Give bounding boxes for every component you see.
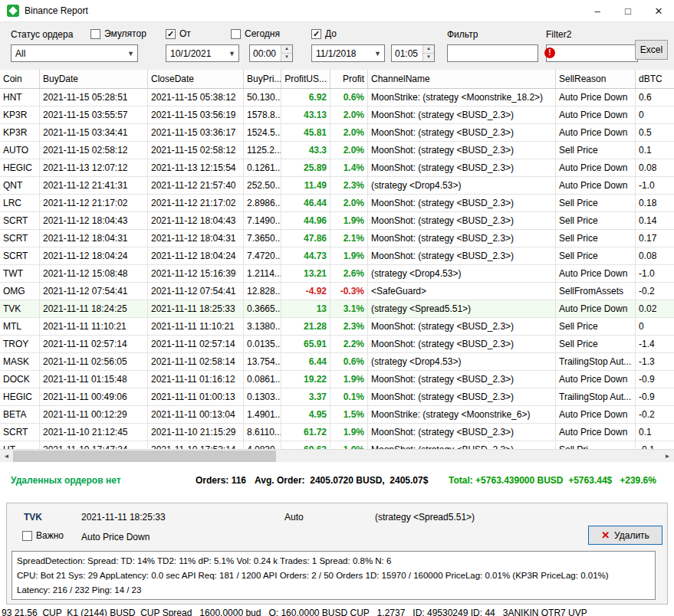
table-row[interactable]: SCRT2021-11-12 18:04:242021-11-12 18:04:… <box>0 247 674 265</box>
checkbox-box: ✓ <box>311 29 321 39</box>
cell-buy-price: 252.50... <box>244 177 281 195</box>
close-button[interactable]: ✕ <box>643 0 674 21</box>
cell-profit-pct: 1.4% <box>330 159 368 177</box>
from-checkbox[interactable]: ✓ От <box>166 28 191 39</box>
table-row[interactable]: KP3R2021-11-15 03:34:412021-11-15 03:36:… <box>0 124 674 142</box>
spin-up-icon[interactable]: ▲ <box>281 45 292 54</box>
filter2-input[interactable] <box>547 45 637 61</box>
from-date-picker[interactable]: 10/1/2021 ▼ <box>166 44 239 62</box>
cell-dbtc: -1.0 <box>636 177 674 195</box>
table-row[interactable]: HEGIC2021-11-11 00:49:062021-11-11 01:00… <box>0 388 674 406</box>
cell-buy-price: 1524.5... <box>244 124 281 142</box>
cell-coin: AUTO <box>0 142 40 159</box>
table-row[interactable]: LRC2021-11-12 21:17:022021-11-12 21:17:0… <box>0 195 674 212</box>
spinner-buttons: ▲ ▼ <box>422 45 434 61</box>
cell-profit-usd: 13 <box>281 300 330 318</box>
table-row[interactable]: HNT2021-11-15 05:28:512021-11-15 05:38:1… <box>0 89 674 106</box>
cell-profit-usd: 44.96 <box>281 212 330 230</box>
order-status-dropdown[interactable]: All ▼ <box>11 44 138 62</box>
cell-channel: MoonShot: (strategy <BUSD_2.3>) <box>368 195 556 212</box>
cell-buy-price: 1125.2... <box>244 142 281 159</box>
table-row[interactable]: QNT2021-11-12 21:41:312021-11-12 21:57:4… <box>0 177 674 195</box>
cell-dbtc: 0.02 <box>636 300 674 318</box>
chevron-down-icon: ▼ <box>371 50 384 57</box>
cell-channel: MoonStrike: (strategy <Moonstrike_6>) <box>368 406 556 424</box>
cell-buy-date: 2021-11-12 18:04:43 <box>40 212 148 230</box>
cell-buy-price: 4.0830... <box>244 441 281 449</box>
cell-profit-pct: 1.9% <box>330 424 368 441</box>
cell-profit-pct: 2.0% <box>330 124 368 142</box>
cell-profit-pct: 0.6% <box>330 353 368 371</box>
cell-buy-date: 2021-11-12 21:17:02 <box>40 195 148 212</box>
cell-close-date: 2021-11-12 07:54:41 <box>148 283 244 300</box>
table-row[interactable]: TWT2021-11-12 15:08:482021-11-12 15:16:3… <box>0 265 674 283</box>
delete-x-icon: ✕ <box>601 529 610 541</box>
filter-label: Фильтр <box>447 29 478 40</box>
table-row[interactable]: SCRT2021-11-12 18:04:312021-11-12 18:04:… <box>0 230 674 247</box>
today-checkbox[interactable]: Сегодня <box>231 28 280 39</box>
cell-buy-price: 1578.8... <box>244 106 281 124</box>
scrollbar-thumb[interactable] <box>13 451 276 462</box>
to-checkbox[interactable]: ✓ До <box>311 28 337 39</box>
cell-buy-price: 1.4901... <box>244 406 281 424</box>
column-header-sellreason[interactable]: SellReason <box>556 70 636 88</box>
table-row[interactable]: BETA2021-11-11 00:12:292021-11-11 00:13:… <box>0 406 674 424</box>
emulator-label: Эмулятор <box>104 28 146 39</box>
column-header-buyprice[interactable]: BuyPri... <box>244 70 281 88</box>
table-row[interactable]: MASK2021-11-11 02:56:052021-11-11 02:58:… <box>0 353 674 371</box>
excel-button[interactable]: Excel <box>635 40 668 60</box>
cell-buy-price: 1.2114... <box>244 265 281 283</box>
cell-channel: MoonShot: (strategy <BUSD_2.3>) <box>368 212 556 230</box>
cell-sell-reason: Auto Price Down <box>556 406 636 424</box>
emulator-checkbox[interactable]: Эмулятор <box>90 28 146 39</box>
scroll-left-icon[interactable]: ◄ <box>0 450 13 463</box>
cell-channel: MoonShot: (strategy <BUSD_2.3>) <box>368 318 556 336</box>
column-header-buydate[interactable]: BuyDate <box>40 70 148 88</box>
table-row[interactable]: HT2021-11-10 17:47:342021-11-10 17:53:14… <box>0 441 674 449</box>
cell-dbtc: 0.1 <box>636 424 674 441</box>
cell-channel: MoonShot: (strategy <BUSD_2.3>) <box>368 441 556 449</box>
minimize-button[interactable]: – <box>582 0 613 21</box>
cell-sell-reason: Auto Price Down <box>556 159 636 177</box>
cell-channel: MoonStrike: (strategy <Moonstrike_18.2>) <box>368 89 556 106</box>
cell-buy-date: 2021-11-11 01:15:48 <box>40 371 148 388</box>
table-row[interactable]: SCRT2021-11-12 18:04:432021-11-12 18:04:… <box>0 212 674 230</box>
table-row[interactable]: OMG2021-11-12 07:54:412021-11-12 07:54:4… <box>0 283 674 300</box>
column-header-profitusd[interactable]: ProfitUS... <box>281 70 330 88</box>
spin-down-icon[interactable]: ▼ <box>423 54 434 61</box>
to-time-spinner[interactable]: 01:05 ▲ ▼ <box>391 44 435 62</box>
delete-button[interactable]: ✕ Удалить <box>588 526 662 545</box>
cell-profit-usd: -4.92 <box>281 283 330 300</box>
spin-down-icon[interactable]: ▼ <box>281 54 292 61</box>
table-row[interactable]: TROY2021-11-11 02:57:142021-11-11 02:57:… <box>0 336 674 353</box>
status-strip: Удаленных ордеров нет Orders: 116 Avg. O… <box>0 462 674 503</box>
scroll-right-icon[interactable]: ► <box>661 450 674 463</box>
filter-input[interactable] <box>448 45 538 61</box>
table-row[interactable]: HEGIC2021-11-13 12:07:122021-11-13 12:15… <box>0 159 674 177</box>
from-time-spinner[interactable]: 00:00 ▲ ▼ <box>249 44 293 62</box>
cell-profit-usd: 3.37 <box>281 388 330 406</box>
horizontal-scrollbar[interactable]: ◄ ► <box>0 449 674 462</box>
check-icon: ✓ <box>313 30 320 38</box>
from-date-value: 10/1/2021 <box>166 48 225 59</box>
cell-channel: <SafeGuard> <box>368 283 556 300</box>
window-title: Binance Report <box>25 5 88 16</box>
important-checkbox[interactable]: Важно <box>22 530 64 541</box>
column-header-profit[interactable]: Profit <box>330 70 368 88</box>
to-date-picker[interactable]: 11/1/2018 ▼ <box>311 44 385 62</box>
cell-profit-pct: 2.1% <box>330 230 368 247</box>
cell-buy-price: 50.130... <box>244 89 281 106</box>
table-row[interactable]: KP3R2021-11-15 03:55:572021-11-15 03:56:… <box>0 106 674 124</box>
maximize-button[interactable]: □ <box>613 0 643 21</box>
table-row[interactable]: TVK2021-11-11 18:24:252021-11-11 18:25:3… <box>0 300 674 318</box>
column-header-dbtc[interactable]: dBTC <box>636 70 674 88</box>
table-row[interactable]: AUTO2021-11-15 02:58:122021-11-15 02:58:… <box>0 142 674 159</box>
column-header-coin[interactable]: Coin <box>0 70 40 88</box>
column-header-closedate[interactable]: CloseDate <box>148 70 244 88</box>
spin-up-icon[interactable]: ▲ <box>423 45 434 54</box>
cell-profit-usd: 61.72 <box>281 424 330 441</box>
table-row[interactable]: MTL2021-11-11 11:10:212021-11-11 11:10:2… <box>0 318 674 336</box>
column-header-channelname[interactable]: ChannelName <box>368 70 556 88</box>
table-row[interactable]: SCRT2021-11-10 21:12:452021-11-10 21:15:… <box>0 424 674 441</box>
table-row[interactable]: DOCK2021-11-11 01:15:482021-11-11 01:16:… <box>0 371 674 388</box>
